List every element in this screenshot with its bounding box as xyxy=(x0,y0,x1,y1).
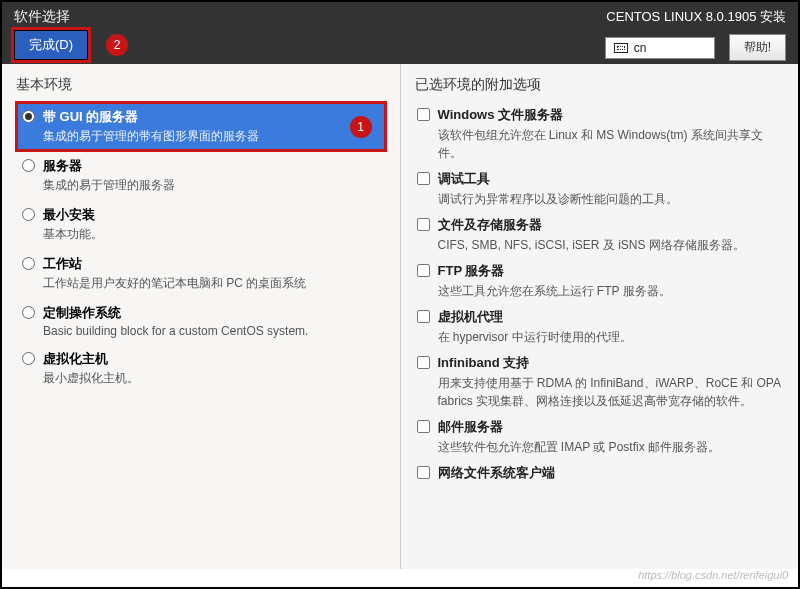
addon-heading: 已选环境的附加选项 xyxy=(415,76,785,94)
addon-desc: 该软件包组允许您在 Linux 和 MS Windows(tm) 系统间共享文件… xyxy=(438,126,783,162)
checkbox-icon[interactable] xyxy=(417,218,430,231)
addon-panel: 已选环境的附加选项 Windows 文件服务器该软件包组允许您在 Linux 和… xyxy=(401,64,799,569)
radio-icon[interactable] xyxy=(22,110,35,123)
keyboard-icon xyxy=(614,43,628,53)
environment-desc: 最小虚拟化主机。 xyxy=(43,370,380,387)
environment-text: 带 GUI 的服务器集成的易于管理的带有图形界面的服务器 xyxy=(43,108,380,145)
header-controls: cn 帮助! xyxy=(605,34,786,61)
checkbox-icon[interactable] xyxy=(417,264,430,277)
header-left: 软件选择 完成(D) 2 xyxy=(14,8,128,64)
addon-item[interactable]: FTP 服务器这些工具允许您在系统上运行 FTP 服务器。 xyxy=(415,258,785,304)
environment-desc: 工作站是用户友好的笔记本电脑和 PC 的桌面系统 xyxy=(43,275,380,292)
environment-text: 最小安装基本功能。 xyxy=(43,206,380,243)
radio-icon[interactable] xyxy=(22,352,35,365)
addon-name: 虚拟机代理 xyxy=(438,308,783,326)
environment-name: 最小安装 xyxy=(43,206,380,224)
annotation-marker-1: 1 xyxy=(350,116,372,138)
addon-text: 文件及存储服务器CIFS, SMB, NFS, iSCSI, iSER 及 iS… xyxy=(438,216,783,254)
keyboard-label: cn xyxy=(634,41,647,55)
addon-item[interactable]: 网络文件系统客户端 xyxy=(415,460,785,486)
environment-name: 服务器 xyxy=(43,157,380,175)
environment-text: 定制操作系统Basic building block for a custom … xyxy=(43,304,380,338)
addon-item[interactable]: 文件及存储服务器CIFS, SMB, NFS, iSCSI, iSER 及 iS… xyxy=(415,212,785,258)
content: 基本环境 带 GUI 的服务器集成的易于管理的带有图形界面的服务器1服务器集成的… xyxy=(2,64,798,569)
watermark: https://blog.csdn.net/renfeigui0 xyxy=(2,569,798,587)
environment-list: 带 GUI 的服务器集成的易于管理的带有图形界面的服务器1服务器集成的易于管理的… xyxy=(16,102,386,393)
environment-desc: 基本功能。 xyxy=(43,226,380,243)
addon-item[interactable]: 调试工具调试行为异常程序以及诊断性能问题的工具。 xyxy=(415,166,785,212)
environment-name: 工作站 xyxy=(43,255,380,273)
checkbox-icon[interactable] xyxy=(417,356,430,369)
addon-desc: 这些软件包允许您配置 IMAP 或 Postfix 邮件服务器。 xyxy=(438,438,783,456)
addon-item[interactable]: Windows 文件服务器该软件包组允许您在 Linux 和 MS Window… xyxy=(415,102,785,166)
annotation-marker-2: 2 xyxy=(106,34,128,56)
addon-desc: 用来支持使用基于 RDMA 的 InfiniBand、iWARP、RoCE 和 … xyxy=(438,374,783,410)
addon-desc: CIFS, SMB, NFS, iSCSI, iSER 及 iSNS 网络存储服… xyxy=(438,236,783,254)
checkbox-icon[interactable] xyxy=(417,172,430,185)
environment-name: 虚拟化主机 xyxy=(43,350,380,368)
environment-item[interactable]: 服务器集成的易于管理的服务器 xyxy=(16,151,386,200)
environment-item[interactable]: 定制操作系统Basic building block for a custom … xyxy=(16,298,386,344)
environment-desc: 集成的易于管理的带有图形界面的服务器 xyxy=(43,128,380,145)
checkbox-icon[interactable] xyxy=(417,310,430,323)
addon-text: FTP 服务器这些工具允许您在系统上运行 FTP 服务器。 xyxy=(438,262,783,300)
addon-text: 虚拟机代理在 hypervisor 中运行时使用的代理。 xyxy=(438,308,783,346)
environment-name: 定制操作系统 xyxy=(43,304,380,322)
install-title: CENTOS LINUX 8.0.1905 安装 xyxy=(605,8,786,26)
addon-list: Windows 文件服务器该软件包组允许您在 Linux 和 MS Window… xyxy=(415,102,785,486)
addon-item[interactable]: 邮件服务器这些软件包允许您配置 IMAP 或 Postfix 邮件服务器。 xyxy=(415,414,785,460)
header: 软件选择 完成(D) 2 CENTOS LINUX 8.0.1905 安装 cn… xyxy=(2,2,798,64)
environment-desc: 集成的易于管理的服务器 xyxy=(43,177,380,194)
addon-name: 文件及存储服务器 xyxy=(438,216,783,234)
radio-icon[interactable] xyxy=(22,159,35,172)
done-row: 完成(D) 2 xyxy=(14,30,128,60)
checkbox-icon[interactable] xyxy=(417,466,430,479)
addon-name: 网络文件系统客户端 xyxy=(438,464,783,482)
radio-icon[interactable] xyxy=(22,257,35,270)
addon-item[interactable]: 虚拟机代理在 hypervisor 中运行时使用的代理。 xyxy=(415,304,785,350)
done-button[interactable]: 完成(D) xyxy=(14,30,88,60)
addon-text: 网络文件系统客户端 xyxy=(438,464,783,482)
addon-text: Infiniband 支持用来支持使用基于 RDMA 的 InfiniBand、… xyxy=(438,354,783,410)
addon-item[interactable]: Infiniband 支持用来支持使用基于 RDMA 的 InfiniBand、… xyxy=(415,350,785,414)
addon-desc: 在 hypervisor 中运行时使用的代理。 xyxy=(438,328,783,346)
page-title: 软件选择 xyxy=(14,8,128,26)
addon-text: 调试工具调试行为异常程序以及诊断性能问题的工具。 xyxy=(438,170,783,208)
environment-desc: Basic building block for a custom CentOS… xyxy=(43,324,380,338)
environment-item[interactable]: 工作站工作站是用户友好的笔记本电脑和 PC 的桌面系统 xyxy=(16,249,386,298)
environment-text: 虚拟化主机最小虚拟化主机。 xyxy=(43,350,380,387)
checkbox-icon[interactable] xyxy=(417,108,430,121)
addon-name: 调试工具 xyxy=(438,170,783,188)
addon-name: Infiniband 支持 xyxy=(438,354,783,372)
radio-icon[interactable] xyxy=(22,306,35,319)
addon-desc: 调试行为异常程序以及诊断性能问题的工具。 xyxy=(438,190,783,208)
keyboard-indicator[interactable]: cn xyxy=(605,37,715,59)
addon-text: 邮件服务器这些软件包允许您配置 IMAP 或 Postfix 邮件服务器。 xyxy=(438,418,783,456)
addon-name: FTP 服务器 xyxy=(438,262,783,280)
help-button[interactable]: 帮助! xyxy=(729,34,786,61)
environment-name: 带 GUI 的服务器 xyxy=(43,108,380,126)
addon-name: 邮件服务器 xyxy=(438,418,783,436)
checkbox-icon[interactable] xyxy=(417,420,430,433)
environment-item[interactable]: 最小安装基本功能。 xyxy=(16,200,386,249)
environment-item[interactable]: 虚拟化主机最小虚拟化主机。 xyxy=(16,344,386,393)
environment-item[interactable]: 带 GUI 的服务器集成的易于管理的带有图形界面的服务器1 xyxy=(16,102,386,151)
base-environment-heading: 基本环境 xyxy=(16,76,386,94)
radio-icon[interactable] xyxy=(22,208,35,221)
addon-name: Windows 文件服务器 xyxy=(438,106,783,124)
addon-text: Windows 文件服务器该软件包组允许您在 Linux 和 MS Window… xyxy=(438,106,783,162)
environment-text: 服务器集成的易于管理的服务器 xyxy=(43,157,380,194)
base-environment-panel: 基本环境 带 GUI 的服务器集成的易于管理的带有图形界面的服务器1服务器集成的… xyxy=(2,64,401,569)
header-right: CENTOS LINUX 8.0.1905 安装 cn 帮助! xyxy=(605,8,786,64)
environment-text: 工作站工作站是用户友好的笔记本电脑和 PC 的桌面系统 xyxy=(43,255,380,292)
addon-desc: 这些工具允许您在系统上运行 FTP 服务器。 xyxy=(438,282,783,300)
